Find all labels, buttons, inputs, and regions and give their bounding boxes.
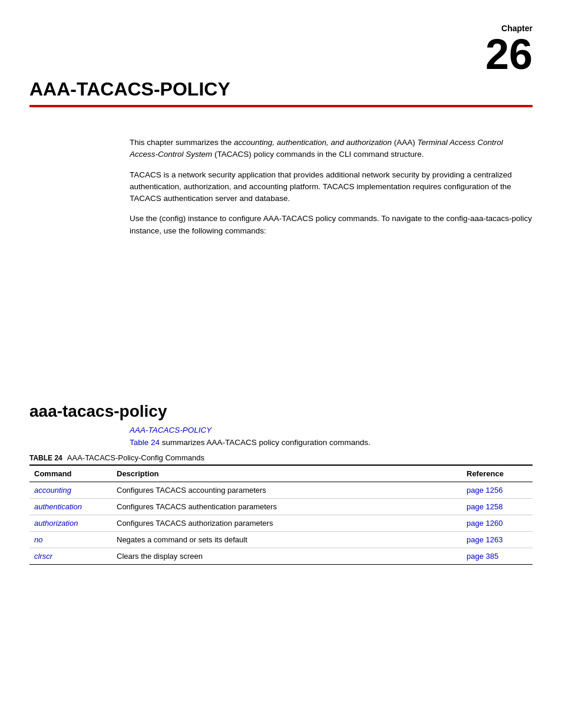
col-header-description: Description xyxy=(112,465,462,482)
table-row: accountingConfigures TACACS accounting p… xyxy=(29,482,533,499)
cell-command: authorization xyxy=(29,515,112,532)
table-row: clrscrClears the display screenpage 385 xyxy=(29,548,533,565)
command-link[interactable]: accounting xyxy=(34,486,71,495)
breadcrumb-link[interactable]: AAA-TACACS-POLICY xyxy=(130,426,211,434)
intro-paragraph-3: Use the (config) instance to configure A… xyxy=(130,213,533,237)
table-intro-link[interactable]: Table 24 xyxy=(130,438,160,447)
cell-description: Negates a command or sets its default xyxy=(112,532,462,548)
intro-paragraph-1: This chapter summarizes the accounting, … xyxy=(130,137,533,161)
cell-description: Configures TACACS authentication paramet… xyxy=(112,499,462,515)
table-header-row: Command Description Reference xyxy=(29,465,533,482)
intro-block: This chapter summarizes the accounting, … xyxy=(130,137,533,237)
cell-reference: page 1260 xyxy=(462,515,533,532)
chapter-title-row: AAA-TACACS-POLICY xyxy=(0,78,562,100)
chapter-title: AAA-TACACS-POLICY xyxy=(29,78,533,100)
cell-description: Configures TACACS authorization paramete… xyxy=(112,515,462,532)
command-link[interactable]: clrscr xyxy=(34,552,52,561)
reference-link[interactable]: page 1256 xyxy=(467,486,503,495)
cell-command: clrscr xyxy=(29,548,112,565)
table-label: TABLE 24 xyxy=(29,454,62,462)
table-row: authenticationConfigures TACACS authenti… xyxy=(29,499,533,515)
col-header-reference: Reference xyxy=(462,465,533,482)
table-row: authorizationConfigures TACACS authoriza… xyxy=(29,515,533,532)
table-label-row: TABLE 24 AAA-TACACS-Policy-Config Comman… xyxy=(29,453,533,462)
cell-reference: page 1256 xyxy=(462,482,533,499)
chapter-header: Chapter 26 xyxy=(0,0,562,75)
table-row: noNegates a command or sets its defaultp… xyxy=(29,532,533,548)
intro-paragraph-2: TACACS is a network security application… xyxy=(130,169,533,205)
section-heading: aaa-tacacs-policy xyxy=(29,402,533,421)
reference-link[interactable]: page 385 xyxy=(467,552,498,561)
cell-command: accounting xyxy=(29,482,112,499)
col-header-command: Command xyxy=(29,465,112,482)
cell-description: Clears the display screen xyxy=(112,548,462,565)
table-intro-suffix: summarizes AAA-TACACS policy configurati… xyxy=(160,438,371,447)
command-link[interactable]: no xyxy=(34,535,42,544)
reference-link[interactable]: page 1258 xyxy=(467,502,503,511)
content-area: This chapter summarizes the accounting, … xyxy=(0,107,562,565)
cell-reference: page 1263 xyxy=(462,532,533,548)
cell-command: no xyxy=(29,532,112,548)
cell-command: authentication xyxy=(29,499,112,515)
table-body: accountingConfigures TACACS accounting p… xyxy=(29,482,533,565)
table-title: AAA-TACACS-Policy-Config Commands xyxy=(67,453,204,462)
command-link[interactable]: authorization xyxy=(34,519,78,528)
cell-reference: page 1258 xyxy=(462,499,533,515)
commands-table: Command Description Reference accounting… xyxy=(29,465,533,565)
cell-description: Configures TACACS accounting parameters xyxy=(112,482,462,499)
chapter-label: Chapter 26 xyxy=(281,24,533,75)
reference-link[interactable]: page 1263 xyxy=(467,535,503,544)
breadcrumb-link-row: AAA-TACACS-POLICY xyxy=(130,426,533,434)
reference-link[interactable]: page 1260 xyxy=(467,519,503,528)
chapter-number: 26 xyxy=(485,33,533,75)
table-header: Command Description Reference xyxy=(29,465,533,482)
command-link[interactable]: authentication xyxy=(34,502,82,511)
table-intro: Table 24 summarizes AAA-TACACS policy co… xyxy=(130,437,533,449)
cell-reference: page 385 xyxy=(462,548,533,565)
